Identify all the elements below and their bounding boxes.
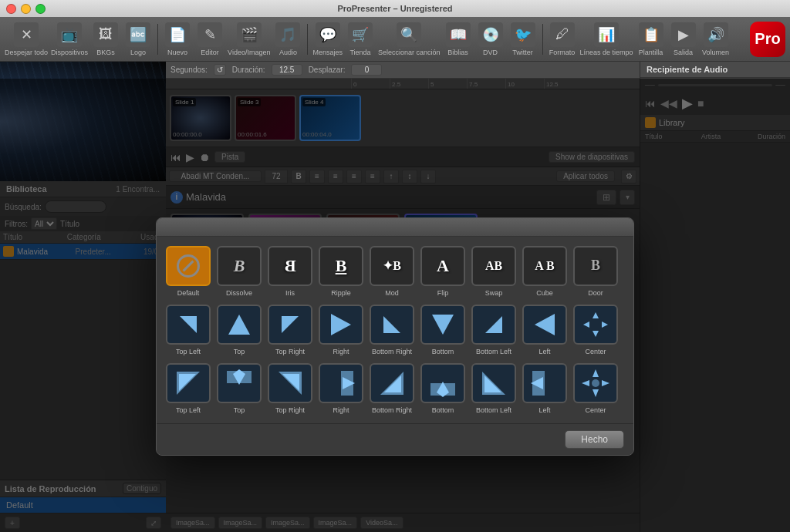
audio-label: Audio (279, 49, 297, 56)
toolbar-item-logo[interactable]: 🔤 Logo (123, 22, 153, 56)
r2-right-icon (319, 305, 363, 345)
trans-r2-topleft[interactable]: Top Left (166, 305, 211, 355)
trans-r2-top[interactable]: Top (217, 305, 262, 355)
ripple-icon: B (319, 246, 363, 286)
salida-label: Salida (674, 49, 693, 56)
duracion-input[interactable] (275, 66, 299, 74)
trans-cube[interactable]: A B Cube (522, 246, 567, 297)
trans-r3-topleft[interactable]: Top Left (166, 363, 211, 414)
toolbar-item-formato[interactable]: 🖊 Formato (548, 22, 577, 56)
trans-r2-center[interactable]: Center (573, 305, 618, 355)
twitter-icon: 🐦 (511, 22, 535, 47)
close-button[interactable] (6, 4, 16, 14)
trans-default[interactable]: Default (166, 246, 211, 297)
trans-r2-left[interactable]: Left (522, 305, 567, 355)
trans-r3-right[interactable]: Right (319, 363, 363, 414)
r3-top-label: Top (234, 406, 245, 414)
r3-bottom-label: Bottom (432, 406, 454, 414)
trans-r2-bottom[interactable]: Bottom (420, 305, 465, 355)
trans-r2-bottomleft[interactable]: Bottom Left (471, 305, 516, 355)
trans-r3-center[interactable]: Center (573, 363, 618, 414)
svg-marker-22 (582, 380, 589, 386)
toolbar-item-lineas[interactable]: 📊 Líneas de tiempo (580, 22, 633, 56)
trans-mod[interactable]: ✦B Mod (370, 246, 414, 297)
trans-row-1: Default B Dissolve B Iris (166, 246, 624, 297)
refresh-button[interactable]: ↺ (214, 64, 226, 76)
trans-r3-bottomright[interactable]: Bottom Right (370, 363, 414, 414)
trans-r3-bottom[interactable]: Bottom (420, 363, 465, 414)
flip-label: Flip (437, 289, 449, 297)
svg-marker-0 (592, 312, 599, 318)
toolbar-item-tienda[interactable]: 🛒 Tienda (346, 22, 375, 56)
transitions-modal: Default B Dissolve B Iris (156, 217, 634, 456)
trans-r3-topright[interactable]: Top Right (268, 363, 312, 414)
volumen-icon: 🔊 (704, 22, 728, 47)
trans-r2-bottomright[interactable]: Bottom Right (370, 305, 414, 355)
r2-bottomright-icon (370, 305, 414, 345)
toolbar-item-biblias[interactable]: 📖 Biblias (444, 22, 473, 56)
svg-point-24 (592, 379, 599, 387)
r2-center-label: Center (585, 348, 606, 355)
toolbar-item-dvd[interactable]: 💿 DVD (476, 22, 505, 56)
window-controls[interactable] (6, 4, 46, 14)
trans-door[interactable]: B Door (573, 246, 618, 297)
trans-r3-bottomleft[interactable]: Bottom Left (471, 363, 516, 414)
svg-marker-13 (384, 375, 401, 392)
editor-icon: ✎ (198, 22, 222, 47)
trans-r2-right[interactable]: Right (319, 305, 363, 355)
arrow-bottomleft-shape (485, 316, 502, 333)
toolbar-item-seleccionar[interactable]: 🔍 Seleccionar canción (378, 22, 441, 56)
trans-r3-top[interactable]: Top (217, 363, 262, 414)
salida-icon: ▶ (671, 22, 696, 47)
maximize-button[interactable] (35, 4, 46, 14)
r3-top-svg (224, 368, 255, 399)
trans-iris[interactable]: B Iris (268, 246, 312, 297)
toolbar-item-plantilla[interactable]: 📋 Plantilla (636, 22, 666, 56)
r3-center-svg (580, 368, 611, 399)
toolbar-item-nuevo[interactable]: 📄 Nuevo (163, 22, 192, 56)
toolbar-item-video[interactable]: 🎬 Video/Imagen (228, 22, 270, 56)
toolbar-item-dispositivos[interactable]: 📺 Dispositivos (51, 22, 88, 56)
r3-bottom-svg (427, 368, 458, 399)
toolbar-item-twitter[interactable]: 🐦 Twitter (508, 22, 538, 56)
trans-dissolve[interactable]: B Dissolve (217, 246, 262, 297)
iris-icon: B (268, 246, 312, 286)
arrow-right-shape (331, 314, 351, 335)
arrow-left-shape (535, 314, 555, 335)
flip-icon: A (420, 246, 465, 286)
trans-swap[interactable]: AB Swap (471, 246, 516, 297)
editor-label: Editor (201, 49, 219, 56)
desplazar-control (351, 64, 382, 76)
trans-ripple[interactable]: B Ripple (319, 246, 363, 297)
trans-r2-topright[interactable]: Top Right (268, 305, 312, 355)
trans-flip[interactable]: A Flip (420, 246, 465, 297)
r2-bottomleft-label: Bottom Left (476, 348, 511, 355)
minimize-button[interactable] (21, 4, 31, 14)
toolbar-item-bkgs[interactable]: 🖼 BKGs (91, 22, 120, 56)
default-label: Default (177, 289, 200, 297)
done-button[interactable]: Hecho (565, 430, 624, 449)
logo-label: Logo (130, 49, 146, 56)
audio-header: Recipiente de Audio (640, 62, 790, 78)
svg-marker-17 (484, 375, 501, 392)
mod-icon: ✦B (370, 246, 414, 286)
r3-bottomright-icon (370, 363, 414, 403)
toolbar-item-mensajes[interactable]: 💬 Mensajes (312, 22, 343, 56)
iris-letter: B (285, 256, 296, 276)
toolbar-item-audio[interactable]: 🎵 Audio (273, 22, 302, 56)
toolbar-item-salida[interactable]: ▶ Salida (669, 22, 698, 56)
pro-badge: Pro (750, 22, 785, 57)
lineas-label: Líneas de tiempo (580, 49, 633, 56)
desplazar-input[interactable] (355, 66, 378, 74)
formato-label: Formato (549, 49, 576, 56)
cube-icon: A B (522, 246, 567, 286)
toolbar-item-volumen[interactable]: 🔊 Volumen (701, 22, 731, 56)
swap-letter: AB (485, 259, 502, 273)
transitions-section: Default B Dissolve B Iris (166, 246, 624, 414)
toolbar-item-despejar[interactable]: ✕ Despejar todo (5, 22, 48, 56)
r3-topright-svg (275, 368, 306, 399)
trans-r3-left[interactable]: Left (522, 363, 567, 414)
despejar-label: Despejar todo (5, 49, 48, 56)
toolbar-item-editor[interactable]: ✎ Editor (195, 22, 225, 56)
r3-right-svg (326, 368, 356, 399)
